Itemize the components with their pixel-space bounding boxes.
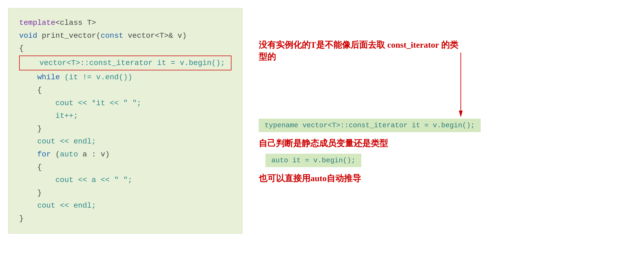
- code-snippet-1: typename vector<T>::const_iterator it = …: [259, 119, 481, 132]
- code-line-11: for (auto a : v): [19, 148, 231, 161]
- code-line-5: while (it != v.end()): [19, 71, 231, 84]
- code-line-1: template<class T>: [19, 16, 231, 29]
- code-snippet-2: auto it = v.begin();: [265, 154, 361, 167]
- code-line-4-highlighted: vector<T>::const_iterator it = v.begin()…: [19, 56, 231, 71]
- code-line-10: cout << endl;: [19, 135, 231, 148]
- code-line-6: {: [19, 84, 231, 97]
- keyword-template: template: [19, 19, 55, 27]
- code-line-15: cout << endl;: [19, 199, 231, 212]
- code-line-9: }: [19, 122, 231, 135]
- code-line-2: void print_vector(const vector<T>& v): [19, 29, 231, 42]
- annotation-3: 也可以直接用auto自动推导: [259, 173, 361, 184]
- annotation-arrow: [458, 39, 512, 125]
- code-line-16: }: [19, 212, 231, 225]
- code-line-8: it++;: [19, 109, 231, 122]
- svg-marker-1: [459, 111, 463, 117]
- code-line-13: cout << a << " ";: [19, 174, 231, 187]
- code-panel: template<class T> void print_vector(cons…: [8, 8, 243, 234]
- code-line-3: {: [19, 42, 231, 55]
- main-container: template<class T> void print_vector(cons…: [0, 0, 644, 271]
- annotation-1: 没有实例化的T是不能像后面去取 const_iterator 的类型的: [259, 39, 461, 63]
- annotation-2: 自己判断是静态成员变量还是类型: [259, 138, 388, 149]
- code-line-14: }: [19, 187, 231, 200]
- code-line-12: {: [19, 161, 231, 174]
- code-line-7: cout << *it << " ";: [19, 97, 231, 110]
